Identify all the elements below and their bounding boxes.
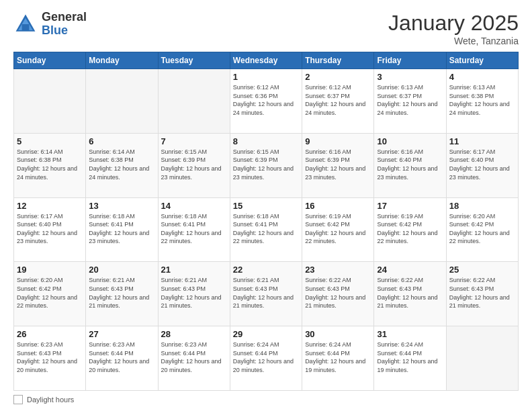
day-info: Sunrise: 6:24 AMSunset: 6:44 PMDaylight:… <box>233 340 299 374</box>
day-number: 24 <box>377 265 443 275</box>
calendar-header-friday: Friday <box>374 52 446 69</box>
logo: General Blue <box>13 11 87 38</box>
day-info: Sunrise: 6:22 AMSunset: 6:43 PMDaylight:… <box>449 276 515 310</box>
day-info: Sunrise: 6:20 AMSunset: 6:42 PMDaylight:… <box>17 276 83 310</box>
logo-blue-label: Blue <box>42 24 87 38</box>
calendar-cell: 23Sunrise: 6:22 AMSunset: 6:43 PMDayligh… <box>302 262 374 326</box>
calendar-week-5: 26Sunrise: 6:23 AMSunset: 6:43 PMDayligh… <box>14 326 519 391</box>
day-number: 30 <box>305 329 371 339</box>
day-number: 5 <box>17 136 83 146</box>
calendar-cell: 10Sunrise: 6:16 AMSunset: 6:40 PMDayligh… <box>374 133 446 197</box>
calendar-cell: 18Sunrise: 6:20 AMSunset: 6:42 PMDayligh… <box>446 197 518 262</box>
legend: Daylight hours <box>13 395 519 404</box>
calendar-cell: 14Sunrise: 6:18 AMSunset: 6:41 PMDayligh… <box>158 197 230 262</box>
day-info: Sunrise: 6:18 AMSunset: 6:41 PMDaylight:… <box>233 212 299 246</box>
calendar-cell: 19Sunrise: 6:20 AMSunset: 6:42 PMDayligh… <box>14 262 86 326</box>
day-info: Sunrise: 6:17 AMSunset: 6:40 PMDaylight:… <box>449 148 515 181</box>
day-number: 22 <box>233 265 299 275</box>
calendar-cell <box>86 69 158 134</box>
day-info: Sunrise: 6:23 AMSunset: 6:44 PMDaylight:… <box>161 340 227 374</box>
day-number: 12 <box>17 201 83 211</box>
calendar-header-saturday: Saturday <box>446 52 518 69</box>
day-info: Sunrise: 6:15 AMSunset: 6:39 PMDaylight:… <box>233 148 299 181</box>
calendar-cell: 25Sunrise: 6:22 AMSunset: 6:43 PMDayligh… <box>446 262 518 326</box>
day-info: Sunrise: 6:21 AMSunset: 6:43 PMDaylight:… <box>233 276 299 310</box>
calendar-header-row: SundayMondayTuesdayWednesdayThursdayFrid… <box>14 52 519 69</box>
day-number: 28 <box>161 329 227 339</box>
location-subtitle: Wete, Tanzania <box>388 36 519 46</box>
calendar-cell: 4Sunrise: 6:13 AMSunset: 6:38 PMDaylight… <box>446 69 518 134</box>
calendar-cell: 1Sunrise: 6:12 AMSunset: 6:36 PMDaylight… <box>230 69 302 134</box>
calendar-cell: 21Sunrise: 6:21 AMSunset: 6:43 PMDayligh… <box>158 262 230 326</box>
day-info: Sunrise: 6:17 AMSunset: 6:40 PMDaylight:… <box>17 212 83 246</box>
day-number: 16 <box>305 201 371 211</box>
day-info: Sunrise: 6:21 AMSunset: 6:43 PMDaylight:… <box>161 276 227 310</box>
header: General Blue January 2025 Wete, Tanzania <box>13 11 519 46</box>
calendar-cell: 30Sunrise: 6:24 AMSunset: 6:44 PMDayligh… <box>302 326 374 391</box>
page: General Blue January 2025 Wete, Tanzania… <box>0 0 532 411</box>
day-number: 25 <box>449 265 515 275</box>
calendar-header-thursday: Thursday <box>302 52 374 69</box>
day-number: 9 <box>305 136 371 146</box>
calendar-cell: 5Sunrise: 6:14 AMSunset: 6:38 PMDaylight… <box>14 133 86 197</box>
day-number: 14 <box>161 201 227 211</box>
day-number: 10 <box>377 136 443 146</box>
calendar-week-3: 12Sunrise: 6:17 AMSunset: 6:40 PMDayligh… <box>14 197 519 262</box>
logo-icon <box>13 12 38 36</box>
day-number: 17 <box>377 201 443 211</box>
day-number: 23 <box>305 265 371 275</box>
calendar-cell: 31Sunrise: 6:24 AMSunset: 6:44 PMDayligh… <box>374 326 446 391</box>
day-info: Sunrise: 6:15 AMSunset: 6:39 PMDaylight:… <box>161 148 227 181</box>
day-info: Sunrise: 6:13 AMSunset: 6:37 PMDaylight:… <box>377 83 443 117</box>
calendar-week-4: 19Sunrise: 6:20 AMSunset: 6:42 PMDayligh… <box>14 262 519 326</box>
legend-box <box>13 395 23 404</box>
day-number: 8 <box>233 136 299 146</box>
calendar-cell: 22Sunrise: 6:21 AMSunset: 6:43 PMDayligh… <box>230 262 302 326</box>
day-info: Sunrise: 6:16 AMSunset: 6:40 PMDaylight:… <box>377 148 443 181</box>
day-info: Sunrise: 6:22 AMSunset: 6:43 PMDaylight:… <box>305 276 371 310</box>
calendar-cell: 9Sunrise: 6:16 AMSunset: 6:39 PMDaylight… <box>302 133 374 197</box>
calendar-cell <box>446 326 518 391</box>
day-number: 19 <box>17 265 83 275</box>
calendar-cell: 16Sunrise: 6:19 AMSunset: 6:42 PMDayligh… <box>302 197 374 262</box>
calendar-header-wednesday: Wednesday <box>230 52 302 69</box>
logo-text: General Blue <box>42 11 87 38</box>
calendar-week-2: 5Sunrise: 6:14 AMSunset: 6:38 PMDaylight… <box>14 133 519 197</box>
calendar-cell: 24Sunrise: 6:22 AMSunset: 6:43 PMDayligh… <box>374 262 446 326</box>
day-info: Sunrise: 6:19 AMSunset: 6:42 PMDaylight:… <box>305 212 371 246</box>
day-number: 6 <box>89 136 154 146</box>
day-number: 26 <box>17 329 83 339</box>
calendar-cell: 2Sunrise: 6:12 AMSunset: 6:37 PMDaylight… <box>302 69 374 134</box>
calendar-table: SundayMondayTuesdayWednesdayThursdayFrid… <box>13 52 519 391</box>
day-info: Sunrise: 6:13 AMSunset: 6:38 PMDaylight:… <box>449 83 515 117</box>
day-number: 1 <box>233 72 299 82</box>
calendar-cell <box>158 69 230 134</box>
calendar-cell: 3Sunrise: 6:13 AMSunset: 6:37 PMDaylight… <box>374 69 446 134</box>
day-info: Sunrise: 6:23 AMSunset: 6:43 PMDaylight:… <box>17 340 83 374</box>
day-info: Sunrise: 6:20 AMSunset: 6:42 PMDaylight:… <box>449 212 515 246</box>
calendar-cell: 15Sunrise: 6:18 AMSunset: 6:41 PMDayligh… <box>230 197 302 262</box>
day-number: 11 <box>449 136 515 146</box>
calendar-header-tuesday: Tuesday <box>158 52 230 69</box>
logo-general-label: General <box>42 11 87 24</box>
day-info: Sunrise: 6:21 AMSunset: 6:43 PMDaylight:… <box>89 276 154 310</box>
day-info: Sunrise: 6:18 AMSunset: 6:41 PMDaylight:… <box>89 212 154 246</box>
calendar-cell: 8Sunrise: 6:15 AMSunset: 6:39 PMDaylight… <box>230 133 302 197</box>
day-number: 21 <box>161 265 227 275</box>
day-info: Sunrise: 6:14 AMSunset: 6:38 PMDaylight:… <box>17 148 83 181</box>
day-number: 4 <box>449 72 515 82</box>
day-info: Sunrise: 6:18 AMSunset: 6:41 PMDaylight:… <box>161 212 227 246</box>
day-info: Sunrise: 6:12 AMSunset: 6:37 PMDaylight:… <box>305 83 371 117</box>
day-number: 2 <box>305 72 371 82</box>
calendar-cell: 12Sunrise: 6:17 AMSunset: 6:40 PMDayligh… <box>14 197 86 262</box>
calendar-cell: 27Sunrise: 6:23 AMSunset: 6:44 PMDayligh… <box>86 326 158 391</box>
calendar-cell: 29Sunrise: 6:24 AMSunset: 6:44 PMDayligh… <box>230 326 302 391</box>
day-number: 18 <box>449 201 515 211</box>
svg-rect-2 <box>22 24 30 30</box>
calendar-cell: 7Sunrise: 6:15 AMSunset: 6:39 PMDaylight… <box>158 133 230 197</box>
legend-label: Daylight hours <box>27 396 74 404</box>
day-info: Sunrise: 6:22 AMSunset: 6:43 PMDaylight:… <box>377 276 443 310</box>
day-number: 7 <box>161 136 227 146</box>
day-number: 27 <box>89 329 154 339</box>
day-info: Sunrise: 6:24 AMSunset: 6:44 PMDaylight:… <box>377 340 443 374</box>
